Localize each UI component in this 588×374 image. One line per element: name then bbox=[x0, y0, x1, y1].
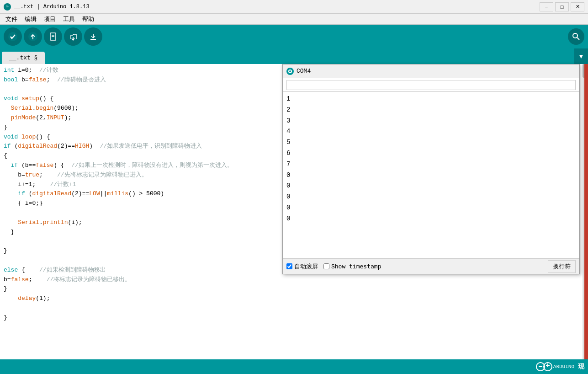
com-output-line: 4 bbox=[286, 126, 576, 137]
main-area: int i=0; //计数 bool b=false; //障碍物是否进入 vo… bbox=[0, 64, 588, 374]
com-input-area bbox=[283, 78, 579, 92]
verify-button[interactable] bbox=[4, 27, 22, 46]
com-output-line: 6 bbox=[286, 148, 576, 159]
com-footer: 自动滚屏 Show timestamp 换行符 bbox=[283, 258, 579, 274]
com-output-line: 1 bbox=[286, 94, 576, 105]
new-button[interactable] bbox=[44, 27, 62, 46]
com-titlebar: COM4 bbox=[283, 64, 579, 78]
show-timestamp-checkbox[interactable]: Show timestamp bbox=[323, 263, 381, 270]
com-output-line: 2 bbox=[286, 105, 576, 116]
bottom-right-text: 现 bbox=[578, 363, 584, 371]
code-line: } bbox=[0, 284, 588, 294]
menu-item-文件[interactable]: 文件 bbox=[2, 14, 21, 24]
app-icon: ∞ bbox=[4, 3, 11, 11]
com-output: 123456700000 bbox=[283, 92, 579, 258]
com-output-line: 0 bbox=[286, 214, 576, 224]
new-icon bbox=[48, 32, 58, 42]
bottom-brand: ARDUINO bbox=[553, 364, 574, 369]
com-icon-inner bbox=[288, 69, 292, 73]
open-button[interactable] bbox=[64, 27, 82, 46]
verify-icon bbox=[8, 32, 18, 42]
code-line: } bbox=[0, 313, 588, 323]
com-output-line: 0 bbox=[286, 170, 576, 181]
search-button[interactable] bbox=[568, 28, 584, 45]
com-output-line: 0 bbox=[286, 181, 576, 192]
auto-scroll-checkbox[interactable]: 自动滚屏 bbox=[286, 262, 318, 271]
menu-item-项目[interactable]: 项目 bbox=[40, 14, 59, 24]
auto-scroll-label: 自动滚屏 bbox=[294, 262, 318, 271]
com-output-line: 0 bbox=[286, 192, 576, 203]
code-line bbox=[0, 304, 588, 313]
close-button[interactable]: ✕ bbox=[571, 2, 584, 11]
search-icon bbox=[572, 32, 581, 41]
window-title: __.txt | Arduino 1.8.13 bbox=[14, 4, 540, 10]
toolbar bbox=[0, 25, 588, 48]
save-icon bbox=[88, 32, 98, 42]
red-stripe bbox=[584, 64, 588, 374]
menu-item-编辑[interactable]: 编辑 bbox=[21, 14, 40, 24]
upload-icon bbox=[28, 32, 38, 42]
com-output-line: 0 bbox=[286, 203, 576, 214]
svg-line-10 bbox=[577, 37, 579, 40]
code-line: delay(1); bbox=[0, 294, 588, 304]
newline-button[interactable]: 换行符 bbox=[548, 260, 576, 273]
arduino-logo-icon bbox=[536, 360, 552, 373]
show-timestamp-input[interactable] bbox=[323, 263, 329, 269]
code-line: b=false; //将标志记录为障碍物已移出。 bbox=[0, 275, 588, 285]
bottom-bar: ARDUINO 现 bbox=[0, 359, 588, 374]
tab-bar: __.txt § ▼ bbox=[0, 48, 588, 64]
com-icon bbox=[286, 68, 294, 75]
tab-label: __.txt § bbox=[9, 54, 37, 61]
com-window: COM4 123456700000 自动滚屏 Show timestamp 换行… bbox=[282, 64, 580, 274]
show-timestamp-label: Show timestamp bbox=[331, 263, 381, 270]
com-output-line: 3 bbox=[286, 116, 576, 127]
main-tab[interactable]: __.txt § bbox=[2, 52, 45, 64]
com-send-input[interactable] bbox=[286, 80, 576, 90]
menu-item-帮助[interactable]: 帮助 bbox=[79, 14, 98, 24]
window-controls: − □ ✕ bbox=[540, 2, 584, 11]
com-output-line: 5 bbox=[286, 137, 576, 148]
save-button[interactable] bbox=[84, 27, 102, 46]
menu-item-工具[interactable]: 工具 bbox=[59, 14, 79, 24]
tab-dropdown-button[interactable]: ▼ bbox=[574, 48, 588, 64]
upload-button[interactable] bbox=[24, 27, 42, 46]
auto-scroll-input[interactable] bbox=[286, 263, 292, 269]
title-bar: ∞ __.txt | Arduino 1.8.13 − □ ✕ bbox=[0, 0, 588, 14]
com-output-line: 7 bbox=[286, 159, 576, 170]
maximize-button[interactable]: □ bbox=[555, 2, 569, 11]
com-title: COM4 bbox=[297, 68, 311, 75]
svg-point-9 bbox=[573, 33, 577, 38]
minimize-button[interactable]: − bbox=[540, 2, 553, 11]
open-icon bbox=[68, 32, 78, 42]
bottom-logo: ARDUINO bbox=[536, 360, 574, 373]
menu-bar: 文件编辑项目工具帮助 bbox=[0, 14, 588, 25]
